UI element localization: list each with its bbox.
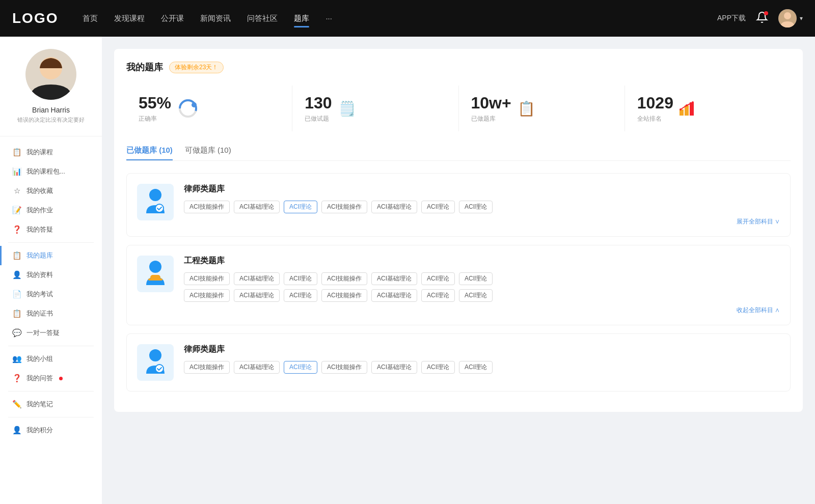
tag-eng-9[interactable]: ACI基础理论 [234, 289, 280, 302]
bank-item-lawyer-1: 律师类题库 ACI技能操作 ACI基础理论 ACI理论 ACI技能操作 ACI基… [126, 173, 791, 237]
app-download-link[interactable]: APP下载 [717, 14, 746, 23]
sidebar-item-icon: 📋 [12, 309, 21, 318]
notification-bell[interactable] [756, 11, 768, 25]
sidebar-divider [8, 346, 94, 346]
tab-available-banks[interactable]: 可做题库 (10) [185, 146, 231, 160]
tag-lawyer1-2[interactable]: ACI基础理论 [234, 201, 280, 213]
tab-done-banks[interactable]: 已做题库 (10) [126, 146, 173, 160]
lawyer2-icon [142, 348, 169, 377]
tag-lawyer2-3[interactable]: ACI理论 [284, 361, 317, 374]
tag-eng-7[interactable]: ACI理论 [459, 272, 493, 285]
accuracy-chart-icon [177, 98, 199, 119]
main-layout: Brian Harris 错误的决定比没有决定要好 📋 我的课程 📊 我的课程包… [0, 37, 815, 504]
stat-done-questions-value: 130 [305, 94, 332, 113]
topnav-menu-item[interactable]: 问答社区 [247, 12, 278, 25]
tag-eng-12[interactable]: ACI基础理论 [371, 289, 417, 302]
sidebar-item-我的收藏[interactable]: ☆ 我的收藏 [0, 181, 102, 201]
trial-badge: 体验剩余23天！ [169, 62, 224, 73]
topnav-menu-item[interactable]: 新闻资讯 [200, 12, 231, 25]
stat-done-banks: 10w+ 已做题库 📋 [459, 86, 625, 131]
svg-point-13 [149, 189, 161, 201]
sidebar-item-label: 我的笔记 [26, 400, 53, 409]
tag-eng-4[interactable]: ACI技能操作 [321, 272, 367, 285]
sidebar-item-我的小组[interactable]: 👥 我的小组 [0, 349, 102, 369]
sidebar-item-我的资料[interactable]: 👤 我的资料 [0, 265, 102, 285]
sidebar-item-label: 我的问答 [26, 374, 53, 383]
stat-site-rank-value: 1029 [637, 94, 673, 113]
tag-lawyer2-6[interactable]: ACI理论 [421, 361, 455, 374]
notes-orange-icon: 📋 [518, 100, 535, 117]
lawyer2-icon-wrap [137, 344, 174, 381]
content-card: 我的题库 体验剩余23天！ 55% 正确率 [114, 49, 803, 412]
bank-tags-lawyer-1: ACI技能操作 ACI基础理论 ACI理论 ACI技能操作 ACI基础理论 AC… [184, 201, 780, 213]
sidebar-item-icon: 👥 [12, 354, 21, 363]
tag-eng-11[interactable]: ACI技能操作 [321, 289, 367, 302]
user-avatar-menu[interactable]: ▾ [778, 9, 803, 27]
tag-eng-2[interactable]: ACI基础理论 [234, 272, 280, 285]
sidebar-item-我的积分[interactable]: 👤 我的积分 [0, 421, 102, 440]
sidebar-item-icon: 📄 [12, 290, 21, 299]
tag-lawyer1-3[interactable]: ACI理论 [284, 201, 317, 213]
sidebar-item-我的题库[interactable]: 📋 我的题库 [0, 246, 102, 265]
stat-done-banks-value: 10w+ [471, 94, 511, 113]
tag-eng-5[interactable]: ACI基础理论 [371, 272, 417, 285]
tag-lawyer1-6[interactable]: ACI理论 [421, 201, 455, 213]
svg-point-12 [692, 101, 694, 103]
tag-eng-1[interactable]: ACI技能操作 [184, 272, 230, 285]
sidebar-item-label: 我的小组 [26, 354, 53, 363]
sidebar-item-我的答疑[interactable]: ❓ 我的答疑 [0, 220, 102, 239]
topnav-menu-item[interactable]: 发现课程 [114, 12, 145, 25]
sidebar-item-一对一答疑[interactable]: 💬 一对一答疑 [0, 323, 102, 343]
profile-avatar [25, 49, 76, 100]
svg-rect-9 [690, 102, 694, 116]
sidebar-item-icon: ✏️ [12, 400, 21, 409]
tag-eng-8[interactable]: ACI技能操作 [184, 289, 230, 302]
stats-row: 55% 正确率 130 已做试题 🗒️ [126, 86, 791, 131]
stat-site-rank-label: 全站排名 [637, 115, 673, 123]
page-header: 我的题库 体验剩余23天！ [126, 61, 791, 73]
sidebar-item-icon: 👤 [12, 270, 21, 279]
sidebar-item-icon: ❓ [12, 225, 21, 234]
topnav-menu-item[interactable]: 首页 [83, 12, 98, 25]
tag-lawyer2-7[interactable]: ACI理论 [459, 361, 493, 374]
sidebar-item-我的证书[interactable]: 📋 我的证书 [0, 304, 102, 323]
sidebar-item-我的课程包...[interactable]: 📊 我的课程包... [0, 162, 102, 181]
sidebar-item-我的课程[interactable]: 📋 我的课程 [0, 143, 102, 162]
tag-lawyer2-4[interactable]: ACI技能操作 [321, 361, 367, 374]
svg-point-1 [784, 12, 791, 19]
tag-lawyer1-1[interactable]: ACI技能操作 [184, 201, 230, 213]
tag-lawyer1-5[interactable]: ACI基础理论 [371, 201, 417, 213]
sidebar-item-icon: 📝 [12, 206, 21, 215]
bank-collapse-engineer[interactable]: 收起全部科目 ∧ [184, 306, 780, 315]
svg-point-19 [155, 365, 164, 373]
tag-eng-6[interactable]: ACI理论 [421, 272, 455, 285]
sidebar-item-label: 我的考试 [26, 290, 53, 299]
svg-rect-17 [148, 278, 162, 281]
sidebar-item-label: 我的资料 [26, 270, 53, 279]
stat-done-questions-label: 已做试题 [305, 115, 332, 123]
avatar [778, 9, 797, 27]
topnav-menu-item[interactable]: 题库 [294, 12, 309, 25]
stat-accuracy-label: 正确率 [139, 115, 171, 123]
topnav-menu-item[interactable]: 公开课 [161, 12, 184, 25]
bank-expand-lawyer-1[interactable]: 展开全部科目 ∨ [184, 217, 780, 226]
tag-eng-3[interactable]: ACI理论 [284, 272, 317, 285]
tag-lawyer2-2[interactable]: ACI基础理论 [234, 361, 280, 374]
topnav-menu-item[interactable]: ··· [325, 12, 332, 25]
tag-lawyer2-5[interactable]: ACI基础理论 [371, 361, 417, 374]
tag-eng-10[interactable]: ACI理论 [284, 289, 317, 302]
tag-eng-14[interactable]: ACI理论 [459, 289, 493, 302]
tabs: 已做题库 (10) 可做题库 (10) [126, 146, 791, 161]
sidebar-item-我的作业[interactable]: 📝 我的作业 [0, 201, 102, 220]
sidebar-item-我的考试[interactable]: 📄 我的考试 [0, 285, 102, 304]
tag-lawyer2-1[interactable]: ACI技能操作 [184, 361, 230, 374]
sidebar-divider [8, 242, 94, 243]
tag-lawyer1-4[interactable]: ACI技能操作 [321, 201, 367, 213]
tag-lawyer1-7[interactable]: ACI理论 [459, 201, 493, 213]
sidebar-profile: Brian Harris 错误的决定比没有决定要好 [0, 49, 102, 136]
sidebar-item-我的问答[interactable]: ❓ 我的问答 [0, 369, 102, 388]
tag-eng-13[interactable]: ACI理论 [421, 289, 455, 302]
stat-done-banks-label: 已做题库 [471, 115, 511, 123]
sidebar-item-label: 我的课程 [26, 148, 53, 157]
sidebar-item-我的笔记[interactable]: ✏️ 我的笔记 [0, 395, 102, 414]
